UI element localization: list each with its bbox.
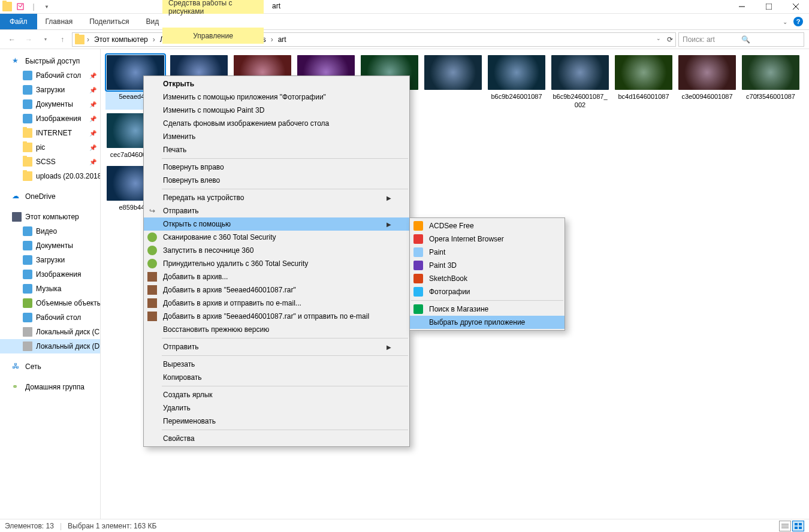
ctx-open-with[interactable]: Открыть с помощью▶ bbox=[144, 217, 409, 231]
nav-onedrive[interactable]: ☁OneDrive bbox=[0, 189, 100, 204]
nav-item[interactable]: Загрузки📌 bbox=[0, 83, 100, 97]
ribbon-tab-manage[interactable]: Управление bbox=[162, 28, 264, 44]
nav-item[interactable]: uploads (20.03.2018📌 bbox=[0, 169, 100, 183]
nav-item[interactable]: Изображения📌 bbox=[0, 111, 100, 126]
nav-item[interactable]: Локальный диск (C bbox=[0, 325, 100, 339]
ctx-restore[interactable]: Восстановить прежнюю версию bbox=[144, 323, 409, 336]
ctx-edit-photos[interactable]: Изменить с помощью приложения "Фотографи… bbox=[144, 90, 409, 104]
nav-item-label: Документы bbox=[36, 241, 73, 250]
context-menu: Открыть Изменить с помощью приложения "Ф… bbox=[143, 75, 410, 447]
nav-this-pc[interactable]: Этот компьютер bbox=[0, 210, 100, 224]
submenu-app[interactable]: Paint 3D bbox=[410, 259, 565, 272]
nav-item[interactable]: INTERNET📌 bbox=[0, 126, 100, 140]
nav-forward-button[interactable]: → bbox=[22, 32, 36, 47]
nav-up-button[interactable]: ↑ bbox=[55, 32, 70, 47]
ctx-archive-add[interactable]: Добавить в архив... bbox=[144, 270, 409, 283]
address-dropdown-icon[interactable]: ⌄ bbox=[656, 35, 661, 44]
nav-item[interactable]: Изображения bbox=[0, 267, 100, 282]
ctx-rotate-right[interactable]: Повернуть вправо bbox=[144, 161, 409, 174]
close-button[interactable] bbox=[782, 0, 809, 13]
ctx-shortcut[interactable]: Создать ярлык bbox=[144, 388, 409, 401]
ctx-archive-named-email[interactable]: Добавить в архив "5eeaed46001087.rar" и … bbox=[144, 310, 409, 323]
submenu-app[interactable]: Opera Internet Browser bbox=[410, 232, 565, 246]
app-icon bbox=[413, 287, 423, 297]
submenu-app[interactable]: SketchBook bbox=[410, 272, 565, 285]
ctx-open[interactable]: Открыть bbox=[144, 77, 409, 90]
nav-quick-access[interactable]: ★Быстрый доступ bbox=[0, 54, 100, 68]
file-thumbnail[interactable]: b6c9b246001087_002 bbox=[550, 55, 610, 110]
submenu-app[interactable]: Фотографии bbox=[410, 285, 565, 298]
help-icon[interactable]: ? bbox=[793, 17, 803, 26]
file-thumbnail[interactable]: b6c9b246001087 bbox=[487, 55, 547, 110]
nav-item[interactable]: Музыка bbox=[0, 282, 100, 296]
ribbon-expand-icon[interactable]: ⌄ bbox=[783, 19, 787, 25]
nav-homegroup[interactable]: ⚭Домашняя группа bbox=[0, 380, 100, 394]
file-thumbnail[interactable]: bc4d1646001087 bbox=[614, 55, 674, 110]
ctx-cast[interactable]: Передать на устройство▶ bbox=[144, 191, 409, 204]
nav-item[interactable]: Локальный диск (D bbox=[0, 339, 100, 353]
ctx-delete[interactable]: Удалить bbox=[144, 401, 409, 415]
breadcrumb[interactable]: art bbox=[276, 33, 289, 46]
ctx-copy[interactable]: Копировать bbox=[144, 371, 409, 384]
nav-item[interactable]: Документы📌 bbox=[0, 97, 100, 111]
nav-item[interactable]: Рабочий стол bbox=[0, 310, 100, 325]
refresh-icon[interactable]: ⟳ bbox=[667, 35, 673, 44]
submenu-choose-other[interactable]: Выбрать другое приложение bbox=[410, 316, 565, 329]
nav-item-label: Локальный диск (C bbox=[36, 328, 99, 336]
ctx-send-to[interactable]: Отправить▶ bbox=[144, 340, 409, 353]
ribbon: Файл Главная Поделиться Вид Управление ⌄… bbox=[0, 14, 809, 30]
qat-dropdown-icon[interactable]: ▼ bbox=[42, 2, 52, 11]
ctx-archive-email[interactable]: Добавить в архив и отправить по e-mail..… bbox=[144, 297, 409, 310]
chevron-right-icon[interactable]: › bbox=[152, 35, 156, 44]
blue-icon bbox=[23, 241, 32, 250]
ribbon-tab-share[interactable]: Поделиться bbox=[81, 14, 137, 29]
nav-item[interactable]: Видео bbox=[0, 224, 100, 238]
maximize-button[interactable] bbox=[755, 0, 782, 13]
ctx-set-wallpaper[interactable]: Сделать фоновым изображением рабочего ст… bbox=[144, 117, 409, 130]
submenu-app-label: SketchBook bbox=[429, 274, 467, 283]
submenu-app[interactable]: ACDSee Free bbox=[410, 219, 565, 232]
ctx-scan-360[interactable]: Сканирование с 360 Total Security bbox=[144, 231, 409, 244]
file-thumbnail[interactable]: c3e00946001087 bbox=[677, 55, 737, 110]
nav-item[interactable]: pic📌 bbox=[0, 140, 100, 155]
nav-item[interactable]: Загрузки bbox=[0, 253, 100, 267]
nav-item-label: Музыка bbox=[36, 285, 61, 293]
ctx-edit-paint3d[interactable]: Изменить с помощью Paint 3D bbox=[144, 104, 409, 117]
ctx-sandbox-360[interactable]: Запустить в песочнице 360 bbox=[144, 244, 409, 257]
network-icon: 🖧 bbox=[12, 362, 22, 371]
ctx-archive-named[interactable]: Добавить в архив "5eeaed46001087.rar" bbox=[144, 283, 409, 297]
ctx-edit[interactable]: Изменить bbox=[144, 130, 409, 143]
nav-item[interactable]: Объемные объекты bbox=[0, 296, 100, 310]
ctx-cut[interactable]: Вырезать bbox=[144, 358, 409, 371]
thumbnails-view-button[interactable] bbox=[792, 521, 804, 531]
submenu-app[interactable]: Paint bbox=[410, 246, 565, 259]
ctx-rotate-left[interactable]: Повернуть влево bbox=[144, 174, 409, 187]
nav-recent-dropdown[interactable]: ▾ bbox=[38, 32, 53, 47]
breadcrumb[interactable]: Этот компьютер bbox=[92, 33, 150, 46]
minimize-button[interactable] bbox=[728, 0, 755, 13]
ctx-share[interactable]: ↪Отправить bbox=[144, 204, 409, 217]
file-thumbnail[interactable]: c70f3546001087 bbox=[741, 55, 801, 110]
nav-item[interactable]: SCSS📌 bbox=[0, 155, 100, 169]
nav-network[interactable]: 🖧Сеть bbox=[0, 359, 100, 374]
ctx-rename[interactable]: Переименовать bbox=[144, 415, 409, 428]
properties-icon[interactable] bbox=[16, 2, 25, 11]
nav-item[interactable]: Рабочий стол📌 bbox=[0, 68, 100, 83]
ribbon-tab-home[interactable]: Главная bbox=[37, 14, 81, 29]
chevron-right-icon[interactable]: › bbox=[86, 35, 90, 44]
submenu-store[interactable]: Поиск в Магазине bbox=[410, 303, 565, 316]
ctx-properties[interactable]: Свойства bbox=[144, 432, 409, 445]
file-thumbnail[interactable] bbox=[423, 55, 483, 110]
search-input[interactable]: Поиск: art 🔍 bbox=[678, 32, 804, 47]
ribbon-file-tab[interactable]: Файл bbox=[0, 14, 37, 29]
ctx-print[interactable]: Печать bbox=[144, 143, 409, 156]
details-view-button[interactable] bbox=[779, 521, 791, 531]
svg-rect-9 bbox=[799, 523, 802, 525]
chevron-right-icon[interactable]: › bbox=[270, 35, 274, 44]
nav-item[interactable]: Документы bbox=[0, 238, 100, 253]
ctx-force-delete-360[interactable]: Принудительно удалить с 360 Total Securi… bbox=[144, 257, 409, 270]
pin-icon: 📌 bbox=[89, 101, 96, 108]
search-icon[interactable]: 🔍 bbox=[741, 35, 800, 44]
nav-back-button[interactable]: ← bbox=[5, 32, 19, 47]
submenu-app-label: Фотографии bbox=[429, 288, 470, 296]
